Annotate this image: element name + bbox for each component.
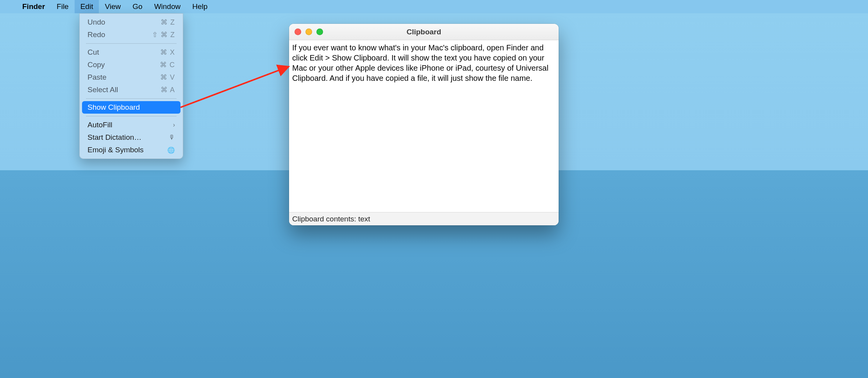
menu-shortcut: ⌘ A bbox=[161, 86, 175, 94]
microphone-icon: 🎙 bbox=[169, 134, 175, 141]
menu-item-select-all[interactable]: Select All ⌘ A bbox=[82, 84, 180, 96]
menubar-item-file[interactable]: File bbox=[51, 0, 75, 13]
menu-label: Redo bbox=[88, 30, 105, 39]
svg-line-1 bbox=[180, 67, 287, 107]
menu-label: Paste bbox=[88, 73, 107, 82]
clipboard-window: Clipboard If you ever want to know what'… bbox=[289, 24, 559, 225]
menu-separator bbox=[86, 98, 177, 99]
menu-shortcut: ⌘ Z bbox=[161, 18, 175, 27]
menubar-item-edit[interactable]: Edit bbox=[75, 0, 99, 13]
menu-label: Select All bbox=[88, 86, 118, 94]
menu-label: Copy bbox=[88, 61, 105, 69]
edit-menu-dropdown: Undo ⌘ Z Redo ⇧ ⌘ Z Cut ⌘ X Copy ⌘ C Pas… bbox=[79, 13, 183, 159]
menu-label: Cut bbox=[88, 48, 99, 57]
menu-shortcut: ⌘ V bbox=[160, 73, 175, 82]
chevron-right-icon: › bbox=[173, 121, 175, 128]
menu-label: Show Clipboard bbox=[88, 103, 140, 112]
menu-separator bbox=[86, 116, 177, 116]
menubar-item-help[interactable]: Help bbox=[186, 0, 213, 13]
menu-separator bbox=[86, 43, 177, 44]
menubar-item-window[interactable]: Window bbox=[148, 0, 187, 13]
menubar-item-view[interactable]: View bbox=[99, 0, 127, 13]
menu-shortcut: ⌘ X bbox=[160, 48, 175, 57]
menu-label: Emoji & Symbols bbox=[88, 146, 144, 154]
close-button[interactable] bbox=[295, 29, 301, 35]
menu-item-paste[interactable]: Paste ⌘ V bbox=[82, 71, 180, 84]
menu-label: Start Dictation… bbox=[88, 133, 141, 142]
zoom-button[interactable] bbox=[316, 29, 323, 35]
menu-item-emoji-symbols[interactable]: Emoji & Symbols 🌐 bbox=[82, 144, 180, 156]
window-title: Clipboard bbox=[289, 28, 559, 36]
menu-item-undo[interactable]: Undo ⌘ Z bbox=[82, 16, 180, 29]
menubar-app-name[interactable]: Finder bbox=[16, 0, 51, 13]
menu-item-autofill[interactable]: AutoFill › bbox=[82, 119, 180, 131]
menu-item-copy[interactable]: Copy ⌘ C bbox=[82, 59, 180, 71]
menu-item-start-dictation[interactable]: Start Dictation… 🎙 bbox=[82, 131, 180, 144]
globe-icon: 🌐 bbox=[167, 146, 175, 154]
menu-item-redo[interactable]: Redo ⇧ ⌘ Z bbox=[82, 29, 180, 41]
menu-item-cut[interactable]: Cut ⌘ X bbox=[82, 46, 180, 59]
menu-label: Undo bbox=[88, 18, 105, 27]
menu-label: AutoFill bbox=[88, 121, 112, 129]
menu-shortcut: ⌘ C bbox=[160, 61, 175, 69]
menu-shortcut: ⇧ ⌘ Z bbox=[152, 30, 175, 39]
clipboard-content: If you ever want to know what's in your … bbox=[289, 40, 559, 212]
minimize-button[interactable] bbox=[305, 29, 312, 35]
menubar: Finder File Edit View Go Window Help bbox=[0, 0, 868, 13]
menu-item-show-clipboard[interactable]: Show Clipboard bbox=[82, 101, 180, 114]
window-status-bar: Clipboard contents: text bbox=[289, 212, 559, 225]
menubar-item-go[interactable]: Go bbox=[127, 0, 148, 13]
window-titlebar[interactable]: Clipboard bbox=[289, 24, 559, 40]
traffic-lights bbox=[295, 29, 323, 35]
